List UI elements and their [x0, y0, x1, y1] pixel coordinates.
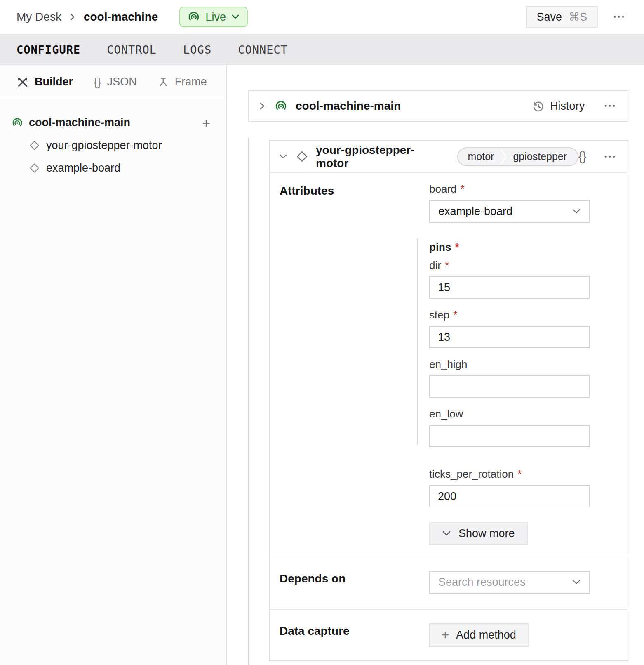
- tree-connector-line: [248, 138, 249, 665]
- mode-tab-frame-label: Frame: [175, 75, 207, 88]
- braces-icon: {}: [94, 75, 101, 89]
- step-field-label: step*: [429, 309, 590, 321]
- show-more-label: Show more: [458, 527, 515, 540]
- show-more-button[interactable]: Show more: [429, 522, 528, 545]
- board-select[interactable]: example-board: [429, 200, 590, 223]
- component-menu-icon[interactable]: •••: [604, 153, 617, 161]
- viam-live-icon: [188, 11, 200, 23]
- mode-tab-frame[interactable]: Frame: [157, 75, 207, 88]
- data-capture-heading: Data capture: [280, 625, 429, 638]
- chevron-down-icon: [572, 579, 581, 585]
- component-title: your-gpiostepper-motor: [316, 144, 447, 170]
- viam-part-icon: [12, 117, 23, 129]
- chevron-down-icon: [231, 14, 240, 20]
- machine-status-dropdown[interactable]: Live: [179, 7, 248, 27]
- depends-on-section: Depends on Search resources: [270, 557, 628, 609]
- history-button-label: History: [550, 100, 585, 113]
- config-mode-tabs: Builder {} JSON Frame: [0, 65, 226, 99]
- chevron-down-icon: [442, 531, 451, 537]
- component-card-header: your-gpiostepper-motor motor gpiostepper…: [270, 141, 628, 173]
- machine-part-card-header: cool-machine-main History •••: [248, 90, 628, 122]
- breadcrumb-parent-link[interactable]: My Desk: [16, 10, 61, 24]
- attributes-heading: Attributes: [280, 184, 429, 198]
- component-diamond-icon: [29, 140, 40, 151]
- breadcrumb-separator-icon: [69, 12, 76, 22]
- board-field-label: board*: [429, 183, 590, 195]
- mode-tab-json-label: JSON: [107, 75, 137, 88]
- tools-icon: [16, 76, 29, 88]
- collapse-chevron-down-icon[interactable]: [277, 153, 289, 161]
- board-select-value: example-board: [438, 205, 572, 218]
- tree-item-motor-label: your-gpiostepper-motor: [46, 139, 162, 152]
- add-method-label: Add method: [456, 629, 516, 641]
- pins-field-group: pins* dir* step*: [429, 239, 590, 447]
- history-clock-icon: [532, 100, 545, 113]
- live-status-label: Live: [205, 11, 226, 24]
- dir-input[interactable]: [429, 276, 590, 299]
- topbar-overflow-menu-icon[interactable]: •••: [613, 13, 626, 21]
- machine-part-title: cool-machine-main: [296, 99, 401, 113]
- attributes-section: Attributes board* example-board: [270, 173, 628, 557]
- component-type-badge: motor gpiostepper: [457, 147, 578, 166]
- mode-tab-builder[interactable]: Builder: [16, 75, 73, 88]
- depends-on-heading: Depends on: [280, 572, 429, 585]
- resource-tree: cool-machine-main + your-gpiostepper-mot…: [0, 99, 226, 179]
- breadcrumb-current: cool-machine: [84, 10, 158, 24]
- edit-json-icon[interactable]: {}: [578, 150, 586, 163]
- tab-logs[interactable]: LOGS: [183, 43, 212, 56]
- ticks-per-rotation-field-label: ticks_per_rotation*: [429, 468, 590, 480]
- component-card-motor: your-gpiostepper-motor motor gpiostepper…: [269, 140, 628, 661]
- required-marker: *: [455, 241, 459, 253]
- plus-icon: +: [442, 628, 449, 643]
- required-marker: *: [517, 468, 522, 480]
- breadcrumb: My Desk cool-machine: [16, 10, 158, 24]
- pins-group-label: pins*: [429, 241, 590, 253]
- main-tab-bar: CONFIGURE CONTROL LOGS CONNECT: [0, 34, 644, 65]
- config-main-panel: cool-machine-main History •••: [227, 65, 644, 665]
- add-method-button[interactable]: + Add method: [429, 623, 529, 647]
- frame-axes-icon: [157, 76, 169, 88]
- tree-item-machine-part[interactable]: cool-machine-main +: [12, 111, 210, 134]
- ticks-per-rotation-input[interactable]: [429, 485, 590, 507]
- config-sidebar: Builder {} JSON Frame: [0, 65, 227, 665]
- chevron-down-icon: [572, 208, 581, 215]
- expand-chevron-right-icon[interactable]: [258, 100, 266, 112]
- component-diamond-icon: [296, 150, 308, 163]
- save-button[interactable]: Save ⌘S: [526, 6, 598, 28]
- history-button[interactable]: History: [532, 100, 585, 113]
- viam-part-icon: [275, 100, 287, 113]
- data-capture-section: Data capture + Add method: [270, 609, 628, 660]
- en-high-field-label: en_high: [429, 358, 590, 370]
- mode-tab-builder-label: Builder: [35, 75, 73, 88]
- component-model-label: gpiostepper: [507, 148, 578, 165]
- tab-connect[interactable]: CONNECT: [238, 43, 288, 56]
- component-type-label: motor: [458, 148, 501, 165]
- add-resource-icon[interactable]: +: [202, 116, 210, 130]
- required-marker: *: [445, 259, 449, 271]
- save-shortcut-hint: ⌘S: [569, 10, 587, 24]
- depends-on-select[interactable]: Search resources: [429, 571, 590, 594]
- tree-item-machine-part-label: cool-machine-main: [29, 116, 196, 129]
- machine-part-menu-icon[interactable]: •••: [604, 102, 617, 110]
- depends-on-placeholder: Search resources: [438, 576, 572, 589]
- top-bar: My Desk cool-machine Live Save ⌘S •••: [0, 0, 644, 34]
- required-marker: *: [453, 309, 457, 321]
- badge-divider-chevron: [501, 148, 507, 165]
- dir-field-label: dir*: [429, 259, 590, 271]
- component-diamond-icon: [29, 163, 40, 174]
- tab-configure[interactable]: CONFIGURE: [16, 43, 80, 56]
- mode-tab-json[interactable]: {} JSON: [94, 75, 137, 89]
- step-input[interactable]: [429, 326, 590, 348]
- tree-item-motor[interactable]: your-gpiostepper-motor: [12, 134, 210, 157]
- tab-control[interactable]: CONTROL: [107, 43, 157, 56]
- required-marker: *: [461, 183, 465, 195]
- tree-item-board[interactable]: example-board: [12, 157, 210, 179]
- en-low-field-label: en_low: [429, 408, 590, 420]
- en-high-input[interactable]: [429, 375, 590, 398]
- en-low-input[interactable]: [429, 425, 590, 447]
- tree-item-board-label: example-board: [46, 162, 120, 175]
- save-button-label: Save: [537, 11, 562, 24]
